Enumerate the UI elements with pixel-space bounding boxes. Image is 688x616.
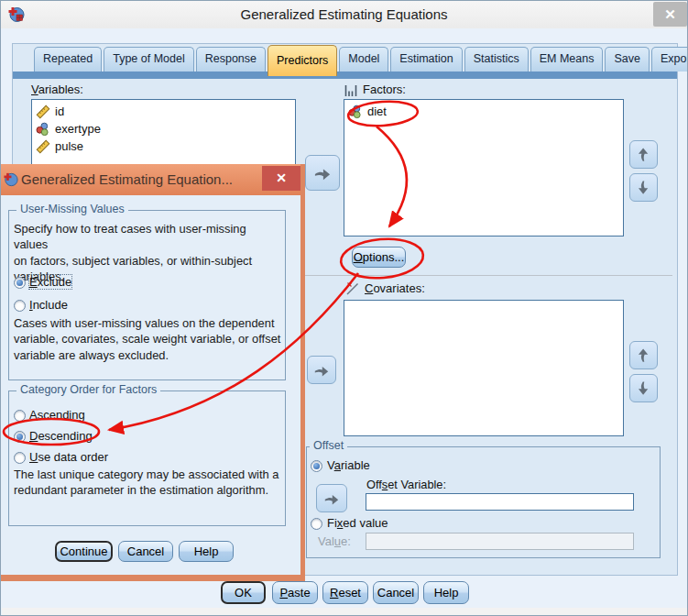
factors-move-down-button[interactable] (629, 173, 658, 202)
close-icon[interactable]: ✕ (262, 166, 300, 191)
value-field-label: Value: (318, 534, 351, 548)
cancel-button[interactable]: Cancel (373, 581, 419, 604)
offset-variable-field-label: Offset Variable: (366, 478, 446, 491)
tab-save[interactable]: Save (605, 47, 650, 72)
section-divider (304, 275, 672, 276)
exclude-radio-label: Exclude (29, 275, 71, 289)
arrow-up-icon (636, 146, 651, 163)
help-button[interactable]: Help (423, 581, 469, 604)
tab-repeated[interactable]: Repeated (34, 47, 102, 72)
factors-label: Factors: (363, 82, 406, 96)
close-icon[interactable]: ✕ (653, 2, 687, 27)
variable-name: exertype (55, 122, 101, 136)
move-to-factors-button[interactable] (305, 155, 340, 191)
offset-caption: Offset (310, 439, 347, 452)
move-to-offset-button[interactable] (316, 484, 347, 512)
use-data-order-radio[interactable] (14, 452, 26, 464)
dialog-cancel-button[interactable]: Cancel (118, 541, 173, 562)
tab-model[interactable]: Model (339, 47, 388, 72)
tab-em-means[interactable]: EM Means (530, 47, 604, 72)
include-radio[interactable] (14, 300, 26, 312)
ok-button[interactable]: OK (221, 581, 266, 604)
covariates-move-down-button[interactable] (629, 374, 658, 402)
tab-response[interactable]: Response (196, 47, 266, 72)
list-item: id (32, 103, 295, 120)
use-data-order-radio-label: Use data order (29, 450, 108, 464)
tab-predictors[interactable]: Predictors (268, 45, 337, 76)
ascending-radio-label: Ascending (29, 408, 85, 422)
descending-radio[interactable] (14, 431, 26, 443)
user-missing-caption: User-Missing Values (16, 203, 128, 215)
category-order-note: The last unique category may be associat… (14, 467, 283, 499)
value-input (366, 533, 634, 550)
window-title: Generalized Estimating Equations (1, 1, 687, 28)
tab-type-of-model[interactable]: Type of Model (104, 47, 194, 72)
variable-name: pulse (55, 139, 83, 153)
descending-radio-label: Descending (29, 429, 93, 443)
factors-move-up-button[interactable] (629, 140, 658, 169)
factors-list[interactable]: diet (344, 99, 624, 236)
options-dialog-title: Generalized Estimating Equation... (21, 164, 233, 195)
tab-bar: Repeated Type of Model Response Predicto… (34, 47, 688, 76)
options-dialog: Generalized Estimating Equation... ✕ Use… (1, 164, 305, 581)
arrow-down-icon (636, 179, 651, 196)
fixed-value-radio-label: Fixed value (327, 516, 388, 530)
variable-name: id (55, 104, 64, 118)
tab-export[interactable]: Export (651, 47, 688, 72)
nominal-icon (36, 122, 50, 137)
move-to-covariates-button[interactable] (307, 356, 336, 384)
spss-app-icon (4, 172, 18, 187)
include-radio-label: Include (29, 298, 68, 312)
covariates-icon (345, 281, 360, 296)
factors-icon (344, 83, 358, 98)
gee-dialog-window: Generalized Estimating Equations ✕ Repea… (0, 0, 688, 616)
variables-label: Variables: (31, 82, 83, 96)
options-button[interactable]: Options... (352, 247, 406, 268)
ascending-radio[interactable] (14, 410, 26, 422)
exclude-radio[interactable] (14, 277, 26, 289)
continue-button[interactable]: Continue (55, 541, 113, 562)
user-missing-note: Cases with user-missing values on the de… (14, 315, 283, 363)
covariates-label: Covariates: (365, 281, 425, 295)
list-item: exertype (32, 120, 295, 138)
arrow-down-icon (636, 380, 651, 397)
fixed-value-radio[interactable] (311, 518, 322, 530)
list-item: diet (344, 103, 623, 120)
list-item: pulse (32, 138, 295, 155)
tab-estimation[interactable]: Estimation (390, 47, 462, 72)
factor-name: diet (367, 104, 387, 118)
arrow-right-icon (322, 491, 341, 506)
arrow-right-icon (312, 363, 331, 378)
arrow-up-icon (636, 346, 651, 364)
tab-statistics[interactable]: Statistics (464, 47, 529, 72)
window-bottom-edge (2, 608, 688, 616)
covariates-move-up-button[interactable] (629, 341, 658, 369)
scale-icon (36, 139, 50, 154)
arrow-right-icon (312, 165, 333, 182)
offset-variable-radio-label: Variable (327, 458, 370, 472)
paste-button[interactable]: Paste (272, 581, 318, 604)
dialog-help-button[interactable]: Help (179, 541, 234, 562)
covariates-list[interactable] (344, 300, 624, 436)
offset-variable-radio[interactable] (311, 460, 322, 472)
category-order-caption: Category Order for Factors (16, 383, 160, 396)
scale-icon (36, 104, 50, 119)
offset-variable-input[interactable] (366, 493, 634, 511)
reset-button[interactable]: Reset (322, 581, 368, 604)
nominal-icon (348, 104, 363, 119)
